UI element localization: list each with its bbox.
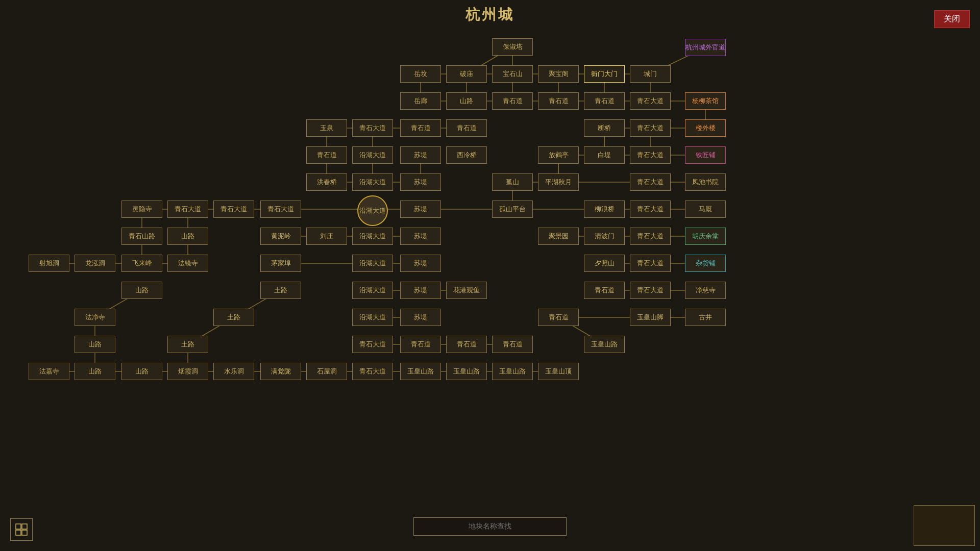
map-node-n98[interactable]: 玉皇山路 — [400, 363, 441, 380]
map-node-n84[interactable]: 土路 — [167, 336, 208, 353]
map-node-n2[interactable]: 杭州城外官道 — [685, 39, 726, 56]
map-node-n101[interactable]: 玉皇山顶 — [538, 363, 579, 380]
map-node-n53[interactable]: 苏堤 — [400, 228, 441, 245]
map-node-n96[interactable]: 石屋洞 — [306, 363, 347, 380]
map-node-n77[interactable]: 土路 — [213, 309, 254, 326]
map-node-n27[interactable]: 放鹤亭 — [538, 146, 579, 164]
map-node-n20[interactable]: 断桥 — [584, 119, 625, 137]
map-node-n5[interactable]: 宝石山 — [492, 65, 533, 83]
map-node-n92[interactable]: 山路 — [121, 363, 162, 380]
map-node-n51[interactable]: 刘庄 — [306, 228, 347, 245]
map-node-n24[interactable]: 沿湖大道 — [352, 146, 393, 164]
map-node-n50[interactable]: 黄泥岭 — [260, 228, 301, 245]
map-node-n79[interactable]: 苏堤 — [400, 309, 441, 326]
map-node-n37[interactable]: 凤池书院 — [685, 173, 726, 191]
minimap[interactable] — [914, 505, 975, 546]
map-node-n16[interactable]: 玉泉 — [306, 119, 347, 137]
map-node-n78[interactable]: 沿湖大道 — [352, 309, 393, 326]
map-node-n91[interactable]: 山路 — [75, 363, 115, 380]
map-node-n45[interactable]: 柳浪桥 — [584, 201, 625, 218]
map-node-n49[interactable]: 山路 — [167, 228, 208, 245]
map-node-n25[interactable]: 苏堤 — [400, 146, 441, 164]
map-node-n8[interactable]: 城门 — [630, 65, 671, 83]
map-node-n86[interactable]: 青石道 — [400, 336, 441, 353]
map-node-n41[interactable]: 青石大道 — [260, 201, 301, 218]
map-node-n3[interactable]: 岳坟 — [400, 65, 441, 83]
map-node-n73[interactable]: 青石道 — [584, 282, 625, 299]
map-node-n56[interactable]: 青石大道 — [630, 228, 671, 245]
map-node-n7[interactable]: 衙门大门 — [584, 65, 625, 83]
map-node-n85[interactable]: 青石大道 — [352, 336, 393, 353]
map-node-n100[interactable]: 玉皇山路 — [492, 363, 533, 380]
map-node-n11[interactable]: 青石道 — [492, 92, 533, 110]
map-node-n28[interactable]: 白堤 — [584, 146, 625, 164]
map-node-n21[interactable]: 青石大道 — [630, 119, 671, 137]
map-node-n14[interactable]: 青石大道 — [630, 92, 671, 110]
map-node-n12[interactable]: 青石道 — [538, 92, 579, 110]
map-node-n39[interactable]: 青石大道 — [167, 201, 208, 218]
map-node-n47[interactable]: 马厩 — [685, 201, 726, 218]
map-node-n90[interactable]: 法嘉寺 — [29, 363, 69, 380]
map-node-n15[interactable]: 杨柳茶馆 — [685, 92, 726, 110]
map-node-n95[interactable]: 满觉陇 — [260, 363, 301, 380]
map-node-n68[interactable]: 山路 — [121, 282, 162, 299]
map-node-n48[interactable]: 青石山路 — [121, 228, 162, 245]
map-node-n97[interactable]: 青石大道 — [352, 363, 393, 380]
map-node-n59[interactable]: 龙泓洞 — [75, 255, 115, 272]
map-node-n22[interactable]: 楼外楼 — [685, 119, 726, 137]
map-node-n83[interactable]: 山路 — [75, 336, 115, 353]
map-node-n38[interactable]: 灵隐寺 — [121, 201, 162, 218]
search-input[interactable] — [413, 517, 567, 536]
map-node-n55[interactable]: 清波门 — [584, 228, 625, 245]
map-node-n70[interactable]: 沿湖大道 — [352, 282, 393, 299]
map-node-n30[interactable]: 铁匠铺 — [685, 146, 726, 164]
map-node-n64[interactable]: 苏堤 — [400, 255, 441, 272]
map-node-n1[interactable]: 保淑塔 — [492, 38, 533, 56]
map-node-n62[interactable]: 茅家埠 — [260, 255, 301, 272]
map-node-n69[interactable]: 土路 — [260, 282, 301, 299]
map-node-n26[interactable]: 西冷桥 — [446, 146, 487, 164]
map-node-n60[interactable]: 飞来峰 — [121, 255, 162, 272]
map-node-n87[interactable]: 青石道 — [446, 336, 487, 353]
map-node-n82[interactable]: 古井 — [685, 309, 726, 326]
map-node-n35[interactable]: 平湖秋月 — [538, 173, 579, 191]
map-node-n36[interactable]: 青石大道 — [630, 173, 671, 191]
map-node-n58[interactable]: 射旭洞 — [29, 255, 69, 272]
map-node-n89[interactable]: 玉皇山路 — [584, 336, 625, 353]
map-node-n74[interactable]: 青石大道 — [630, 282, 671, 299]
map-node-n76[interactable]: 法净寺 — [75, 309, 115, 326]
map-node-n31[interactable]: 洪春桥 — [306, 173, 347, 191]
map-node-n9[interactable]: 岳廊 — [400, 92, 441, 110]
map-node-n43[interactable]: 苏堤 — [400, 201, 441, 218]
map-node-n46[interactable]: 青石大道 — [630, 201, 671, 218]
map-icon[interactable] — [10, 518, 33, 541]
map-node-n32[interactable]: 沿湖大道 — [352, 173, 393, 191]
map-node-n42[interactable]: 沿湖大道 — [357, 195, 388, 226]
map-node-n57[interactable]: 胡庆余堂 — [685, 228, 726, 245]
map-node-n18[interactable]: 青石道 — [400, 119, 441, 137]
map-node-n94[interactable]: 水乐洞 — [213, 363, 254, 380]
map-node-n4[interactable]: 破庙 — [446, 65, 487, 83]
map-node-n66[interactable]: 青石大道 — [630, 255, 671, 272]
map-node-n81[interactable]: 玉皇山脚 — [630, 309, 671, 326]
map-node-n6[interactable]: 聚宝阁 — [538, 65, 579, 83]
map-node-n54[interactable]: 聚景园 — [538, 228, 579, 245]
map-node-n34[interactable]: 孤山 — [492, 173, 533, 191]
map-node-n17[interactable]: 青石大道 — [352, 119, 393, 137]
map-node-n13[interactable]: 青石道 — [584, 92, 625, 110]
map-node-n71[interactable]: 苏堤 — [400, 282, 441, 299]
map-node-n29[interactable]: 青石大道 — [630, 146, 671, 164]
map-node-n99[interactable]: 玉皇山路 — [446, 363, 487, 380]
map-node-n23[interactable]: 青石道 — [306, 146, 347, 164]
map-node-n33[interactable]: 苏堤 — [400, 173, 441, 191]
map-node-n63[interactable]: 沿湖大道 — [352, 255, 393, 272]
map-node-n67[interactable]: 杂货铺 — [685, 255, 726, 272]
map-node-n80[interactable]: 青石道 — [538, 309, 579, 326]
map-node-n75[interactable]: 净慈寺 — [685, 282, 726, 299]
map-node-n65[interactable]: 夕照山 — [584, 255, 625, 272]
map-node-n19[interactable]: 青石道 — [446, 119, 487, 137]
map-node-n10[interactable]: 山路 — [446, 92, 487, 110]
map-node-n40[interactable]: 青石大道 — [213, 201, 254, 218]
map-node-n52[interactable]: 沿湖大道 — [352, 228, 393, 245]
map-node-n61[interactable]: 法镜寺 — [167, 255, 208, 272]
